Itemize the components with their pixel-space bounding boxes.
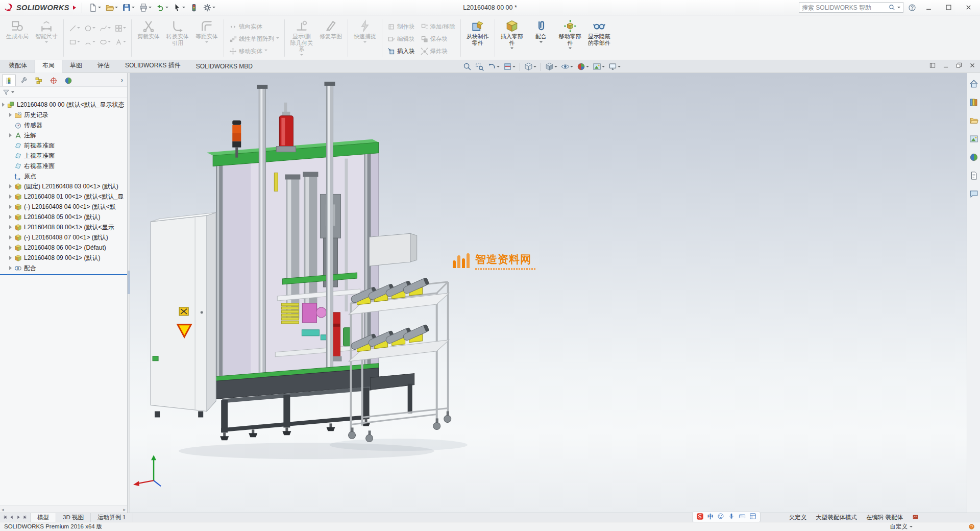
doc-tab-3D 视图[interactable]: 3D 视图 <box>56 513 91 522</box>
expand-arrow-icon[interactable] <box>9 225 12 229</box>
expand-arrow-icon[interactable] <box>9 205 12 209</box>
tab-草图[interactable]: 草图 <box>62 59 90 72</box>
insert-block-button[interactable]: 插入块 <box>385 46 417 56</box>
3d-model-canvas[interactable] <box>130 73 967 513</box>
component-01[interactable]: L20160408 01 00<1> (默认<默认_显 <box>0 191 127 202</box>
resource-monitor-icon[interactable] <box>912 514 919 521</box>
section-view-button[interactable] <box>502 62 517 71</box>
right-plane[interactable]: 右视基准面 <box>0 161 127 171</box>
tab-布局[interactable]: 布局 <box>35 59 62 73</box>
offset-entities-button[interactable]: 等距实体 <box>193 17 220 60</box>
create-layout-button[interactable]: 生成布局 <box>4 17 31 60</box>
view-palette-button[interactable] <box>968 133 979 144</box>
front-plane[interactable]: 前视基准面 <box>0 140 127 151</box>
save-block-button[interactable]: 保存块 <box>419 34 457 44</box>
configurationmanager-tab[interactable] <box>32 75 45 86</box>
dropdown-caret-icon[interactable] <box>569 47 572 51</box>
search-caret-icon[interactable] <box>897 7 900 10</box>
mate-button[interactable]: 配合 <box>527 17 555 60</box>
edit-block-button[interactable]: 编辑块 <box>385 34 417 44</box>
make-block-button[interactable]: 制作块 <box>385 21 417 32</box>
dropdown-caret-icon[interactable] <box>108 41 111 44</box>
repair-sketch-button[interactable]: 修复草图 <box>317 17 345 60</box>
expand-arrow-icon[interactable] <box>9 246 12 250</box>
design-library-button[interactable] <box>968 96 979 108</box>
dropdown-caret-icon[interactable] <box>108 27 111 30</box>
web-help-icon[interactable] <box>968 523 975 530</box>
dropdown-caret-icon[interactable] <box>123 41 126 44</box>
file-explorer-button[interactable] <box>968 115 979 126</box>
dropdown-caret-icon[interactable] <box>212 7 215 10</box>
dropdown-caret-icon[interactable] <box>510 47 513 51</box>
save-button[interactable] <box>120 2 136 14</box>
top-plane[interactable]: 上视基准面 <box>0 151 127 161</box>
dropdown-caret-icon[interactable] <box>363 41 366 44</box>
dropdown-caret-icon[interactable] <box>182 7 185 10</box>
dropdown-caret-icon[interactable] <box>533 66 536 69</box>
dropdown-caret-icon[interactable] <box>165 7 168 10</box>
tab-nav-prev-button[interactable] <box>9 515 14 521</box>
zoom-to-area-button[interactable] <box>474 62 485 71</box>
new-button[interactable] <box>87 2 103 14</box>
convert-entities-button[interactable]: 转换实体引用 <box>164 17 191 60</box>
quick-snaps-button[interactable]: 快速捕捉 <box>351 17 379 60</box>
sketch-line-button[interactable] <box>67 21 82 35</box>
minimize-document-button[interactable] <box>942 62 949 70</box>
doc-tab-运动算例 1[interactable]: 运动算例 1 <box>91 513 133 522</box>
sketch-pattern-button[interactable] <box>113 21 128 35</box>
move-component-button[interactable]: 移动零部件 <box>556 17 584 60</box>
apply-scene-button[interactable] <box>592 62 606 71</box>
tab-nav-first-button[interactable] <box>3 515 8 521</box>
dropdown-caret-icon[interactable] <box>586 66 589 69</box>
ime-kbd-button[interactable] <box>739 513 746 521</box>
featuremanager-tab[interactable] <box>2 75 16 86</box>
zoom-to-fit-button[interactable] <box>462 62 473 71</box>
select-button[interactable] <box>171 2 187 14</box>
ime-mic-button[interactable] <box>728 513 735 521</box>
open-button[interactable] <box>104 2 119 14</box>
dropdown-caret-icon[interactable] <box>205 41 208 44</box>
solidworks-forum-button[interactable] <box>968 188 979 200</box>
dropdown-caret-icon[interactable] <box>98 7 101 10</box>
dropdown-caret-icon[interactable] <box>554 66 557 69</box>
dropdown-caret-icon[interactable] <box>540 41 543 44</box>
mirror-entities-button[interactable]: 镜向实体 <box>227 21 281 32</box>
dropdown-caret-icon[interactable] <box>618 66 621 69</box>
print-button[interactable] <box>137 2 153 14</box>
dropdown-caret-icon[interactable] <box>92 41 95 44</box>
dropdown-caret-icon[interactable] <box>602 66 605 69</box>
smart-dimension-button[interactable]: 智能尺寸 <box>33 17 60 60</box>
solidworks-resources-button[interactable] <box>968 78 979 89</box>
make-part-from-block-button[interactable]: 从块制作零件 <box>464 17 492 60</box>
options-button[interactable] <box>201 2 217 14</box>
dropdown-caret-icon[interactable] <box>512 66 516 69</box>
expand-arrow-icon[interactable] <box>9 235 12 239</box>
expand-arrow-icon[interactable] <box>9 133 12 137</box>
tab-SOLIDWORKS MBD[interactable]: SOLIDWORKS MBD <box>188 60 260 72</box>
component-07[interactable]: (-) L20160408 07 00<1> (默认) <box>0 232 127 243</box>
previous-view-button[interactable] <box>486 62 501 71</box>
rollback-bar[interactable] <box>0 274 127 275</box>
expand-arrow-icon[interactable] <box>2 103 5 107</box>
component-08[interactable]: L20160408 08 00<1> (默认<显示 <box>0 222 127 232</box>
dimxpertmanager-tab[interactable] <box>46 75 60 86</box>
tab-评估[interactable]: 评估 <box>90 59 117 72</box>
filter-caret-icon[interactable] <box>11 91 14 94</box>
window-maximize-button[interactable] <box>941 2 956 13</box>
ime-box-button[interactable] <box>749 513 756 521</box>
dropdown-caret-icon[interactable] <box>77 41 80 44</box>
rebuild-button[interactable] <box>188 2 200 14</box>
linear-sketch-pattern-button[interactable]: 线性草图阵列 <box>227 34 281 44</box>
window-close-button[interactable] <box>961 2 976 13</box>
sketch-arc-button[interactable] <box>82 35 97 49</box>
dropdown-caret-icon[interactable] <box>123 27 126 30</box>
component-05[interactable]: L20160408 05 00<1> (默认) <box>0 212 127 222</box>
dropdown-caret-icon[interactable] <box>132 7 135 10</box>
dropdown-caret-icon[interactable] <box>149 7 152 10</box>
search-icon[interactable] <box>889 4 895 11</box>
insert-components-button[interactable]: 插入零部件 <box>498 17 526 60</box>
display-delete-relations-button[interactable]: 显示/删除几何关系 <box>288 17 315 60</box>
displaymanager-tab[interactable] <box>61 75 75 86</box>
mates-folder[interactable]: 配合 <box>0 263 127 273</box>
close-document-button[interactable] <box>969 62 976 70</box>
